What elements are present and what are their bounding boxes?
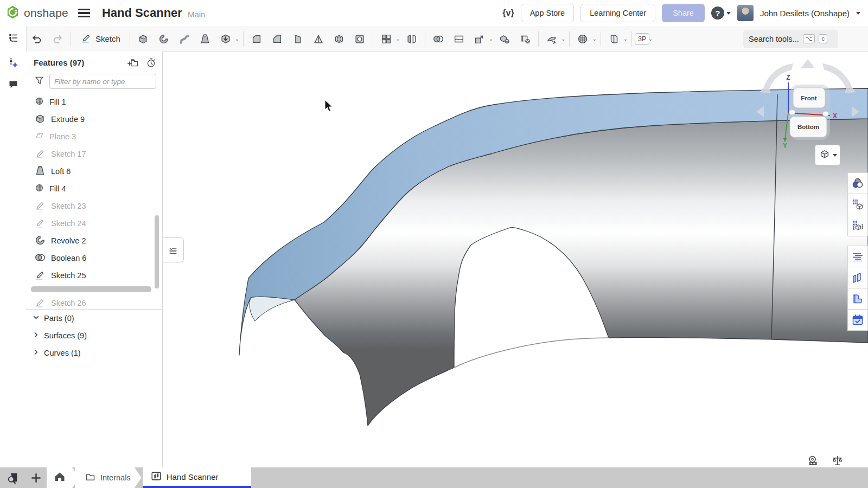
chevron-down-icon[interactable] xyxy=(33,314,40,323)
grid-cube-icon[interactable] xyxy=(847,194,868,215)
view-mode-button[interactable]: 3P xyxy=(635,33,649,45)
feature-item-boolean-6[interactable]: Boolean 6 xyxy=(26,249,162,267)
app-store-button[interactable]: App Store xyxy=(521,4,575,22)
cube-view-icon xyxy=(819,148,831,162)
onshape-logo[interactable]: onshape xyxy=(0,5,68,22)
share-button[interactable]: Share xyxy=(662,4,705,22)
revolve-feature-icon xyxy=(34,234,46,248)
user-menu[interactable]: John Desilets (Onshape) xyxy=(760,9,850,18)
insert-version-icon[interactable] xyxy=(0,52,26,73)
chevron-down-icon[interactable]: ⌄ xyxy=(489,36,493,42)
toggle-feature-list-button[interactable] xyxy=(0,26,27,52)
chevron-down-icon[interactable]: ⌄ xyxy=(592,36,596,42)
toolbar-chamfer-button[interactable] xyxy=(267,29,288,49)
toolbar-transform-button[interactable] xyxy=(469,29,490,49)
toolbar-loft-button[interactable] xyxy=(195,29,215,49)
help-menu[interactable]: ? xyxy=(711,7,731,20)
calendar-check-icon[interactable] xyxy=(847,309,868,330)
toolbar-fill-surface-button[interactable] xyxy=(572,29,593,49)
toolbar-delete-part-button[interactable] xyxy=(494,29,515,49)
main-menu-icon[interactable] xyxy=(78,9,90,17)
new-folder-icon[interactable] xyxy=(127,57,139,68)
toolbar-pattern-button[interactable] xyxy=(376,29,397,49)
filter-input[interactable] xyxy=(49,74,156,89)
toolbar-mirror-button[interactable] xyxy=(401,29,422,49)
feature-item-sketch-17[interactable]: Sketch 17 xyxy=(26,145,162,163)
avatar[interactable] xyxy=(737,5,754,21)
appearance-icon[interactable] xyxy=(847,172,868,194)
parts-columns-icon[interactable] xyxy=(847,267,868,288)
chevron-right-icon[interactable] xyxy=(33,331,40,340)
feature-item-sketch-26[interactable]: Sketch 26 xyxy=(26,294,162,310)
mass-properties-icon[interactable] xyxy=(831,454,844,469)
feature-item-sketch-23[interactable]: Sketch 23 xyxy=(26,197,162,215)
chevron-right-icon[interactable] xyxy=(33,349,40,357)
toolbar-split-button[interactable] xyxy=(449,29,469,49)
vertical-scrollbar[interactable] xyxy=(155,215,159,288)
feature-item-plane-3[interactable]: Plane 3 xyxy=(26,128,162,145)
feature-item-fill-4[interactable]: Fill 4 xyxy=(26,180,162,197)
toolbar-shell-button[interactable] xyxy=(329,29,349,49)
toolbar-rib-button[interactable] xyxy=(308,29,329,49)
view-cube[interactable]: Z Front X Bottom Y xyxy=(744,57,868,150)
toolbar-sweep-button[interactable] xyxy=(174,29,195,49)
toolbar-boolean-button[interactable] xyxy=(428,29,449,49)
cube-braces-icon[interactable] xyxy=(847,215,868,236)
featurescript-icon[interactable]: {v} xyxy=(502,8,514,18)
sketch-feature-icon xyxy=(34,147,46,161)
chevron-down-icon[interactable]: ⌄ xyxy=(648,36,653,42)
toolbar-revolve-button[interactable] xyxy=(154,29,174,49)
expand-feature-panel-tab[interactable] xyxy=(163,237,184,262)
filter-icon[interactable] xyxy=(34,75,45,88)
chevron-down-icon[interactable] xyxy=(856,12,860,15)
feature-item-loft-6[interactable]: Loft 6 xyxy=(26,163,162,180)
toolbar-thicken-button[interactable] xyxy=(215,29,236,49)
feature-item-extrude-9[interactable]: Extrude 9 xyxy=(26,111,162,128)
feature-item-sketch-25[interactable]: Sketch 25 xyxy=(26,267,162,284)
folder-breadcrumb-tab[interactable]: Internals xyxy=(75,467,142,488)
section-parts[interactable]: Parts (0) xyxy=(26,310,162,327)
feature-sections: Parts (0)Surfaces (9)Curves (1) xyxy=(26,310,162,362)
redo-button[interactable] xyxy=(47,29,68,49)
horizontal-scrollbar[interactable] xyxy=(31,286,151,292)
learning-center-button[interactable]: Learning Center xyxy=(580,4,655,22)
view-options-button[interactable] xyxy=(815,145,840,165)
section-curves[interactable]: Curves (1) xyxy=(26,344,162,362)
rollback-history-icon[interactable] xyxy=(145,57,157,68)
chevron-down-icon[interactable]: ⌄ xyxy=(623,36,628,42)
toolbar-draft-button[interactable] xyxy=(288,29,308,49)
axis-joint-dot xyxy=(823,112,829,117)
workspace-name[interactable]: Main xyxy=(188,10,206,19)
key-c: c xyxy=(819,34,827,43)
chevron-down-icon[interactable]: ⌄ xyxy=(395,36,400,42)
section-surfaces[interactable]: Surfaces (9) xyxy=(26,327,162,344)
new-tab-button[interactable] xyxy=(25,467,47,488)
corner-part-icon[interactable] xyxy=(847,288,868,309)
tape-measure-icon[interactable] xyxy=(807,454,819,469)
help-icon[interactable]: ? xyxy=(711,7,724,20)
search-tools-placeholder: Search tools... xyxy=(749,35,799,43)
feature-item-revolve-2[interactable]: Revolve 2 xyxy=(26,232,162,249)
sketch-button[interactable]: Sketch xyxy=(74,32,127,46)
toolbar-extrude-button[interactable] xyxy=(133,29,154,49)
search-tools-field[interactable]: Search tools... ⌥ c xyxy=(743,30,838,48)
chevron-down-icon xyxy=(833,154,837,157)
chevron-down-icon[interactable]: ⌄ xyxy=(561,36,565,42)
undo-button[interactable] xyxy=(27,29,47,49)
feature-item-sketch-24[interactable]: Sketch 24 xyxy=(26,215,162,232)
toolbar-fillet-button[interactable] xyxy=(246,29,267,49)
toolbar-enclose-button[interactable] xyxy=(604,29,624,49)
list-lines-icon[interactable] xyxy=(847,246,868,267)
home-tab[interactable] xyxy=(47,467,79,488)
divider xyxy=(130,31,130,47)
toolbar-move-face-button[interactable] xyxy=(541,29,562,49)
toolbar-hole-button[interactable] xyxy=(349,29,370,49)
active-tab-hand-scanner[interactable]: Hand Scanner xyxy=(143,467,251,488)
feature-item-fill-1[interactable]: Fill 1 xyxy=(26,93,162,111)
comment-icon[interactable] xyxy=(0,73,26,95)
toolbar-delete-face-button[interactable] xyxy=(515,29,535,49)
section-label: Parts (0) xyxy=(44,314,74,323)
search-tabs-button[interactable] xyxy=(0,467,25,488)
feature-item-label: Fill 4 xyxy=(49,184,66,193)
chevron-down-icon[interactable]: ⌄ xyxy=(235,36,239,42)
